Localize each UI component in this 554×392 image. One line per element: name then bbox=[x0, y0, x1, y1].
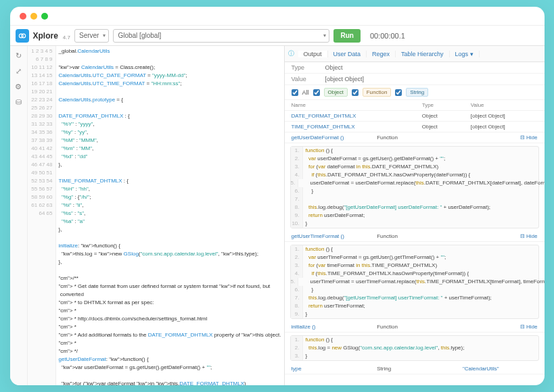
filter-string-checkbox[interactable] bbox=[395, 89, 402, 96]
code-line: 1.function () { bbox=[291, 336, 538, 344]
hide-button[interactable]: ⊟ Hide bbox=[520, 324, 538, 330]
app-version: 4.7 bbox=[63, 34, 70, 45]
filter-object-checkbox[interactable] bbox=[313, 89, 320, 96]
table-row[interactable]: type String "CalendarUtils" bbox=[285, 364, 545, 374]
window-chrome bbox=[10, 7, 545, 26]
sidebar: ↻ ⤢ ⚙ ⛁ bbox=[10, 46, 28, 385]
gutter: 1 2 3 4 5 6 7 8 9 10 11 12 13 14 15 16 1… bbox=[28, 46, 56, 385]
expand-icon[interactable]: ⤢ bbox=[16, 67, 22, 76]
db-icon[interactable]: ⛁ bbox=[16, 98, 22, 107]
fn-type: Function bbox=[370, 132, 456, 143]
result-value-row: Value [object Object] bbox=[285, 74, 545, 85]
code-line: 10.} bbox=[291, 220, 538, 228]
code-line: 6. } bbox=[291, 187, 538, 195]
code-line: 2. this.log = new GSlog("com.snc.app.cal… bbox=[291, 344, 538, 352]
table-row[interactable]: DATE_FORMAT_DHTMLX Object [object Object… bbox=[285, 111, 545, 122]
code-line: 2. var userDateFormat = gs.getUser().get… bbox=[291, 155, 538, 163]
fn-name[interactable]: initialize () bbox=[285, 322, 371, 333]
code-line: 5. userDateFormat = userDateFormat.repla… bbox=[291, 179, 538, 187]
fn-body: 1.function () {2. var userTimeFormat = g… bbox=[290, 245, 539, 319]
close-dot[interactable] bbox=[20, 13, 26, 20]
code-line: 3. for (var dateFormat in this.DATE_FORM… bbox=[291, 163, 538, 171]
value-value: [object Object] bbox=[325, 76, 365, 82]
code-line: 1.function () { bbox=[291, 147, 538, 155]
app-logo-icon bbox=[16, 29, 29, 43]
filter-function-checkbox[interactable] bbox=[352, 89, 359, 96]
scope-select-value: Global [global] bbox=[118, 32, 161, 39]
code-line: 9.} bbox=[291, 310, 538, 318]
th-value: Value bbox=[464, 100, 545, 111]
prop-name[interactable]: TIME_FORMAT_DHTMLX bbox=[285, 122, 415, 132]
type-label: Type bbox=[292, 64, 325, 71]
code-line: 9. return userDateFormat; bbox=[291, 212, 538, 220]
code-line: 1.function () { bbox=[291, 245, 538, 253]
code-area[interactable]: _global.CalendarUtils "kw">var CalendarU… bbox=[56, 46, 284, 385]
filter-string-chip: String bbox=[406, 88, 428, 97]
prop-value: "CalendarUtils" bbox=[456, 364, 545, 374]
code-line: 4. if (this.TIME_FORMAT_DHTMLX.hasOwnPro… bbox=[291, 270, 538, 278]
prop-name[interactable]: type bbox=[285, 364, 371, 374]
output-panel: ⓘ Output User Data Regex Table Hierarchy… bbox=[284, 46, 545, 385]
code-line: 7. bbox=[291, 195, 538, 203]
fn-header-row[interactable]: initialize ()Function⊟ Hide bbox=[285, 322, 545, 333]
result-type-row: Type Object bbox=[285, 62, 545, 74]
th-type: Type bbox=[415, 100, 464, 111]
toolbar: Xplore 4.7 Server Global [global] Run 00… bbox=[10, 26, 545, 46]
scope-select[interactable]: Global [global] bbox=[113, 29, 329, 43]
fn-type: Function bbox=[370, 231, 456, 242]
fn-header-row[interactable]: getUserDateFormat ()Function⊟ Hide bbox=[285, 132, 545, 143]
server-select-label: Server bbox=[79, 32, 99, 39]
max-dot[interactable] bbox=[41, 13, 48, 20]
code-line: 3. for (var timeFormat in this.TIME_FORM… bbox=[291, 262, 538, 270]
fn-type: Function bbox=[370, 322, 456, 333]
filter-all-label: All bbox=[302, 89, 309, 96]
filter-row: All Object Function String bbox=[285, 85, 545, 100]
hide-button[interactable]: ⊟ Hide bbox=[520, 233, 538, 239]
prop-value: [object Object] bbox=[464, 111, 545, 122]
tail-row: type String "CalendarUtils" bbox=[285, 364, 545, 374]
fn-body: 1.function () {2. this.log = new GSlog("… bbox=[290, 335, 539, 361]
code-line: 6. } bbox=[291, 286, 538, 294]
tab-regex[interactable]: Regex bbox=[367, 51, 396, 57]
tab-user-data[interactable]: User Data bbox=[328, 51, 367, 57]
code-line: 7. this.log.debug("[getUserTimeFormat] u… bbox=[291, 294, 538, 302]
prop-type: Object bbox=[415, 111, 464, 122]
main: ↻ ⤢ ⚙ ⛁ 1 2 3 4 5 6 7 8 9 10 11 12 13 14… bbox=[10, 46, 545, 385]
code-line: 2. var userTimeFormat = gs.getUser().get… bbox=[291, 253, 538, 262]
sync-icon[interactable]: ↻ bbox=[16, 51, 22, 60]
code-line: 8. return userTimeFormat; bbox=[291, 302, 538, 310]
table-row[interactable]: TIME_FORMAT_DHTMLX Object [object Object… bbox=[285, 122, 545, 132]
info-icon[interactable]: ⓘ bbox=[285, 49, 298, 58]
prop-value: [object Object] bbox=[464, 122, 545, 132]
th-name: Name bbox=[285, 100, 415, 111]
timer: 00:00:00.1 bbox=[370, 32, 405, 40]
prop-name[interactable]: DATE_FORMAT_DHTMLX bbox=[285, 111, 415, 122]
tab-logs[interactable]: Logs ▾ bbox=[450, 51, 480, 57]
run-button[interactable]: Run bbox=[333, 29, 360, 43]
code-line: 4. if (this.DATE_FORMAT_DHTMLX.hasOwnPro… bbox=[291, 171, 538, 179]
value-label: Value bbox=[292, 76, 325, 82]
server-select[interactable]: Server bbox=[74, 29, 109, 43]
prop-type: String bbox=[370, 364, 456, 374]
result-table: Name Type Value DATE_FORMAT_DHTMLX Objec… bbox=[285, 100, 545, 132]
fn-body: 1.function () {2. var userDateFormat = g… bbox=[290, 146, 539, 228]
table-header-row: Name Type Value bbox=[285, 100, 545, 111]
code-line: 3.} bbox=[291, 352, 538, 360]
editor[interactable]: 1 2 3 4 5 6 7 8 9 10 11 12 13 14 15 16 1… bbox=[28, 46, 284, 385]
hide-button[interactable]: ⊟ Hide bbox=[520, 134, 538, 141]
fn-header-row[interactable]: getUserTimeFormat ()Function⊟ Hide bbox=[285, 231, 545, 242]
filter-object-chip: Object bbox=[324, 88, 348, 97]
tab-table-hierarchy[interactable]: Table Hierarchy bbox=[396, 51, 450, 57]
min-dot[interactable] bbox=[30, 13, 37, 20]
tab-logs-label: Logs bbox=[455, 51, 469, 57]
tab-output[interactable]: Output bbox=[298, 51, 328, 57]
filter-all-checkbox[interactable] bbox=[292, 89, 298, 96]
type-value: Object bbox=[325, 64, 343, 71]
fn-name[interactable]: getUserTimeFormat () bbox=[285, 231, 371, 242]
code-line: 8. this.log.debug("[getUserDateFormat] u… bbox=[291, 203, 538, 212]
fn-name[interactable]: getUserDateFormat () bbox=[285, 132, 371, 143]
gear-icon[interactable]: ⚙ bbox=[15, 82, 22, 91]
prop-type: Object bbox=[415, 122, 464, 132]
filter-function-chip: Function bbox=[363, 88, 392, 97]
chevron-down-icon: ▾ bbox=[470, 51, 474, 57]
